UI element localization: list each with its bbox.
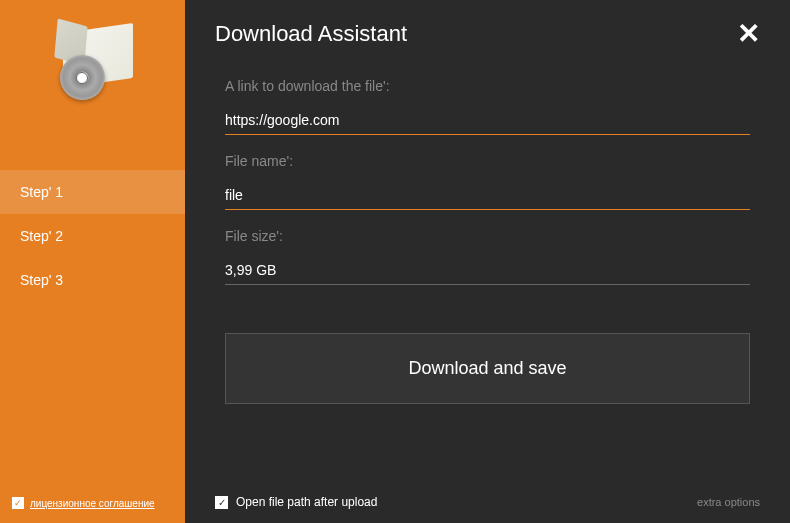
step-label: Step' 2 (20, 228, 63, 244)
field-filename: File name': (225, 153, 750, 210)
filename-input[interactable] (225, 181, 750, 210)
step-label: Step' 3 (20, 272, 63, 288)
main-footer: ✓ Open file path after upload extra opti… (185, 481, 790, 523)
footer-left: ✓ Open file path after upload (215, 495, 377, 509)
filesize-label: File size': (225, 228, 750, 244)
open-path-checkbox[interactable]: ✓ (215, 496, 228, 509)
steps-list: Step' 1 Step' 2 Step' 3 (0, 170, 185, 302)
filesize-input[interactable] (225, 256, 750, 285)
license-link[interactable]: лицензионное соглашение (30, 498, 155, 509)
download-save-button[interactable]: Download and save (225, 333, 750, 404)
step-label: Step' 1 (20, 184, 63, 200)
open-path-label: Open file path after upload (236, 495, 377, 509)
license-checkbox[interactable]: ✓ (12, 497, 24, 509)
step-2[interactable]: Step' 2 (0, 214, 185, 258)
field-link: A link to download the file': (225, 78, 750, 135)
step-1[interactable]: Step' 1 (0, 170, 185, 214)
download-form: A link to download the file': File name'… (185, 58, 790, 481)
extra-options-link[interactable]: extra options (697, 496, 760, 508)
link-label: A link to download the file': (225, 78, 750, 94)
header: Download Assistant ✕ (185, 0, 790, 58)
sidebar-footer: ✓ лицензионное соглашение (0, 483, 185, 523)
link-input[interactable] (225, 106, 750, 135)
field-filesize: File size': (225, 228, 750, 285)
installer-icon (48, 20, 138, 100)
close-icon[interactable]: ✕ (737, 20, 760, 48)
sidebar: Step' 1 Step' 2 Step' 3 ✓ лицензионное с… (0, 0, 185, 523)
page-title: Download Assistant (215, 21, 407, 47)
filename-label: File name': (225, 153, 750, 169)
step-3[interactable]: Step' 3 (0, 258, 185, 302)
main-panel: Download Assistant ✕ A link to download … (185, 0, 790, 523)
